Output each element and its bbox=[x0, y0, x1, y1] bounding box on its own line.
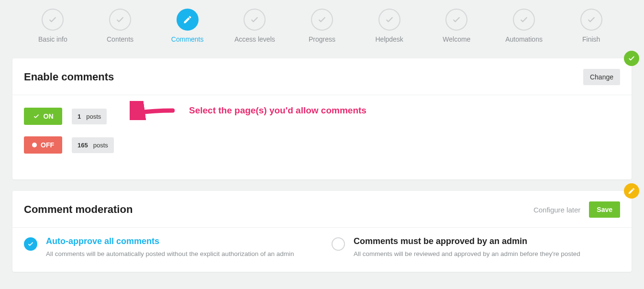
option-title: Auto-approve all comments bbox=[46, 236, 294, 246]
step-progress[interactable]: Progress bbox=[289, 9, 356, 43]
comments-off-button[interactable]: OFF bbox=[24, 136, 62, 154]
configure-later-link[interactable]: Configure later bbox=[533, 206, 580, 214]
step-label: Welcome bbox=[443, 35, 470, 43]
radio-selected-icon bbox=[24, 237, 37, 251]
check-icon bbox=[445, 9, 467, 31]
comments-on-button[interactable]: ON bbox=[24, 108, 62, 125]
dot-icon bbox=[32, 143, 37, 147]
check-icon bbox=[378, 9, 400, 31]
step-contents[interactable]: Contents bbox=[87, 9, 154, 43]
radio-unselected-icon bbox=[332, 237, 345, 251]
step-automations[interactable]: Automations bbox=[490, 9, 558, 43]
check-icon bbox=[244, 9, 266, 31]
check-icon bbox=[513, 9, 535, 31]
check-icon bbox=[33, 113, 40, 120]
moderation-option-auto-approve[interactable]: Auto-approve all comments All comments w… bbox=[24, 236, 312, 257]
option-title: Comments must be approved by an admin bbox=[354, 236, 580, 246]
wizard-stepper: Basic info Contents Comments Access leve… bbox=[0, 0, 644, 47]
step-finish[interactable]: Finish bbox=[557, 9, 625, 43]
change-button[interactable]: Change bbox=[583, 69, 620, 85]
check-icon bbox=[42, 9, 64, 31]
status-edit-badge bbox=[624, 183, 639, 199]
step-label: Helpdesk bbox=[376, 35, 403, 43]
card-title: Enable comments bbox=[24, 71, 114, 83]
save-button[interactable]: Save bbox=[589, 201, 620, 218]
on-posts-count[interactable]: 1posts bbox=[72, 109, 107, 124]
step-label: Basic info bbox=[38, 35, 67, 43]
step-welcome[interactable]: Welcome bbox=[423, 9, 490, 43]
step-basic-info[interactable]: Basic info bbox=[19, 9, 87, 43]
pencil-icon bbox=[177, 9, 199, 31]
check-icon bbox=[580, 9, 602, 31]
step-access-levels[interactable]: Access levels bbox=[221, 9, 289, 43]
step-label: Progress bbox=[309, 35, 335, 43]
option-description: All comments will be automatically poste… bbox=[46, 250, 294, 257]
moderation-option-admin-approve[interactable]: Comments must be approved by an admin Al… bbox=[332, 236, 620, 257]
option-description: All comments will be reviewed and approv… bbox=[354, 250, 580, 257]
step-label: Automations bbox=[505, 35, 543, 43]
status-complete-badge bbox=[624, 51, 639, 66]
step-helpdesk[interactable]: Helpdesk bbox=[355, 9, 423, 43]
enable-comments-card: Enable comments Change ON 1posts OFF 165… bbox=[12, 58, 632, 179]
off-label: OFF bbox=[41, 141, 54, 149]
off-posts-count[interactable]: 165posts bbox=[72, 137, 114, 153]
step-label: Finish bbox=[582, 35, 600, 43]
on-label: ON bbox=[44, 112, 54, 120]
card-title: Comment moderation bbox=[24, 203, 133, 216]
step-label: Access levels bbox=[234, 35, 275, 43]
check-icon bbox=[109, 9, 131, 31]
comment-moderation-card: Comment moderation Configure later Save … bbox=[12, 191, 632, 272]
step-comments[interactable]: Comments bbox=[154, 9, 221, 43]
check-icon bbox=[311, 9, 333, 31]
step-label: Comments bbox=[171, 35, 204, 43]
step-label: Contents bbox=[107, 35, 133, 43]
